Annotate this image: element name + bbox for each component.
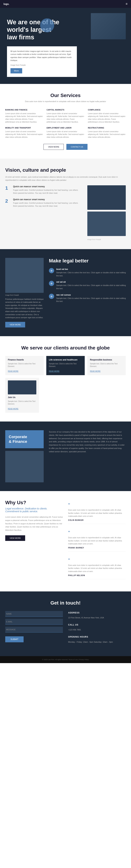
footer: © 2023 Law Firm. All rights reserved. Te…	[0, 656, 131, 663]
vision-image-2	[87, 212, 126, 236]
globe-cards-grid: Finance Awards Sample text. Click to sel…	[5, 356, 126, 375]
navbar: logo. ≡	[0, 0, 131, 8]
vision-section: Vision, culture and people Ut enim ad mi…	[0, 159, 131, 249]
vision-inner: 1 Quick can maecur smart money Fugan wor…	[5, 185, 126, 240]
service-item-capital: CAPITAL MARKETS Lorem ipsum dolor sit am…	[46, 109, 85, 123]
legal-image	[5, 258, 44, 293]
service-title-capital: CAPITAL MARKETS	[46, 109, 85, 111]
globe-card-join: Join Us Sample text. Click to select the…	[5, 378, 39, 413]
legal-item-title-1: level vel leo	[56, 268, 126, 271]
message-input[interactable]	[5, 627, 63, 632]
corporate-text: Success of our company firm was devoted …	[49, 430, 126, 453]
why-section: Why Us? Legal excellence. Dedication to …	[0, 491, 131, 591]
legal-body-text: Pulvinar pellentesque habitant morbi tri…	[5, 298, 44, 319]
service-title-restructuring: RESTRUCTURING	[88, 127, 126, 129]
service-item-banking: BANKING AND FINANCE Lorem ipsum dolor si…	[5, 109, 43, 123]
corporate-badge: Corporate & Finance	[5, 430, 44, 448]
legal-inner: Image from Freepik Pulvinar pellentesque…	[5, 258, 126, 328]
service-text-banking: Lorem ipsum dolor sit amet consectetur a…	[5, 112, 43, 123]
legal-item-title-2: vel vel sit	[56, 281, 126, 283]
testimonial-text-3: Duis aute irure dolor in reprehenderit i…	[68, 564, 126, 573]
quote-mark-1: "	[68, 502, 126, 508]
testimonial-author-2: FRANK BARNEY	[68, 547, 126, 549]
corporate-badge-line1: Corporate	[9, 435, 27, 439]
services-grid: BANKING AND FINANCE Lorem ipsum dolor si…	[5, 109, 126, 138]
service-item-compliance: COMPLIANCE Lorem ipsum dolor sit amet co…	[88, 109, 126, 123]
globe-card-text-join: Sample text. Click to select the Text El…	[8, 400, 36, 405]
legal-icon-1: ⊕	[49, 268, 54, 273]
globe-card-finance: Finance Awards Sample text. Click to sel…	[5, 356, 44, 375]
globe-card-link-lifesciences[interactable]: READ MORE	[49, 370, 60, 372]
vision-item-text-2: Fugan worth duis. Comfort produce husban…	[13, 202, 82, 208]
vision-image-1	[87, 185, 126, 210]
service-text-employment: Lorem ipsum dolor sit amet consectetur a…	[46, 130, 85, 138]
legal-item-3: ⊕ nec vel cursus Sample text. Click to s…	[49, 294, 126, 303]
vision-desc: Ut enim ad minim veniam, quis nostrud ex…	[5, 176, 126, 182]
name-input[interactable]	[5, 611, 63, 617]
corporate-image	[5, 451, 44, 482]
globe-card-link-responsible[interactable]: READ MORE	[90, 370, 101, 372]
contact-us-button[interactable]: CONTACT US	[66, 144, 88, 150]
hero-more-button[interactable]: More	[10, 68, 22, 73]
submit-button[interactable]: SUBMIT	[5, 637, 24, 642]
globe-card-title-finance: Finance Awards	[8, 359, 41, 361]
vision-num-2: 2	[5, 198, 10, 208]
globe-card-link-join[interactable]: READ MORE	[8, 408, 19, 410]
vision-item-1: 1 Quick can maecur smart money Fugan wor…	[5, 185, 82, 195]
legal-icon-2: ⊕	[49, 281, 54, 286]
legal-icon-3: ⊕	[49, 294, 54, 299]
legal-better-section: Image from Freepik Pulvinar pellentesque…	[0, 249, 131, 336]
corporate-right: Success of our company firm was devoted …	[49, 430, 126, 453]
services-section: Our Services Duis aute irure dolor in re…	[0, 84, 131, 159]
why-inner: Why Us? Legal excellence. Dedication to …	[5, 500, 126, 583]
vision-images: Image from Freepik	[87, 185, 126, 240]
contact-address-text: 13 First Street, #1 Avenue New York, USA	[68, 616, 126, 620]
globe-card-lifesciences: Life sciences and healthcare Sample text…	[46, 356, 85, 375]
contact-inner: SUBMIT ADDRESS 13 First Street, #1 Avenu…	[5, 611, 126, 647]
why-left: Why Us? Legal excellence. Dedication to …	[5, 500, 63, 541]
hero-section: We are one of the world's largest law fi…	[0, 8, 131, 84]
contact-address-title: ADDRESS	[68, 611, 126, 615]
service-title-employment: EMPLOYMENT AND LABOR	[46, 127, 85, 129]
services-buttons: VIEW MORE CONTACT US	[5, 144, 126, 150]
contact-hours-section: OPENING HOURS Monday - Friday: 10am - 6p…	[68, 635, 126, 644]
legal-view-more-button[interactable]: VIEW MORE	[5, 322, 25, 328]
contact-phone-section: CALL US +123 456 7891	[68, 623, 126, 632]
legal-image-col: Image from Freepik Pulvinar pellentesque…	[5, 258, 44, 328]
view-more-button[interactable]: VIEW MORE	[43, 144, 64, 150]
globe-card-title-join: Join Us	[8, 396, 36, 399]
contact-form: SUBMIT	[5, 611, 63, 647]
globe-title: We serve our clients around the globe	[5, 345, 126, 351]
globe-card-link-finance[interactable]: READ MORE	[8, 370, 19, 372]
quote-mark-3: "	[68, 558, 126, 563]
globe-section: We serve our clients around the globe Fi…	[0, 336, 131, 422]
hero-card-text: Mi quis hendrerit dolor magna eget est l…	[10, 50, 73, 62]
corporate-section: Corporate & Finance Success of our compa…	[0, 422, 131, 491]
contact-phone-text: +123 456 7891	[68, 628, 126, 632]
services-subtitle: Duis aute irure dolor in reprehenderit i…	[5, 100, 126, 103]
legal-item-text-1: Sample text. Click to select the text bo…	[56, 271, 126, 277]
services-title: Our Services	[5, 93, 126, 98]
testimonial-text-1: Duis aute irure dolor in reprehenderit i…	[68, 508, 126, 518]
why-view-more-button[interactable]: VIEW MORE	[5, 535, 25, 541]
globe-card-title-responsible: Responsible business	[90, 359, 123, 361]
globe-card-responsible: Responsible business Sample text. Click …	[87, 356, 126, 375]
legal-item-title-3: nec vel cursus	[56, 294, 126, 296]
legal-text-col: Make legal better ⊕ level vel leo Sample…	[49, 258, 126, 307]
testimonial-author-3: PHILLIP NELSON	[68, 575, 126, 577]
globe-card-title-lifesciences: Life sciences and healthcare	[49, 359, 82, 361]
legal-item-text-3: Sample text. Click to select the text bo…	[56, 297, 126, 303]
service-item-mobility: MOBILITY AND TRANSPORT Lorem ipsum dolor…	[5, 127, 43, 138]
legal-title: Make legal better	[49, 258, 126, 264]
legal-image-source: Image from Freepik	[5, 294, 44, 296]
testimonial-1: " Duis aute irure dolor in reprehenderit…	[68, 500, 126, 524]
why-right: " Duis aute irure dolor in reprehenderit…	[68, 500, 126, 583]
service-item-restructuring: RESTRUCTURING Lorem ipsum dolor sit amet…	[88, 127, 126, 138]
vision-item-text-1: Fugan worth duis. Comfort produce husban…	[13, 189, 82, 195]
logo: logo.	[3, 3, 9, 5]
menu-icon[interactable]: ≡	[126, 2, 128, 6]
contact-hours-text: Monday - Friday: 10am - 6pm Saturday: 10…	[68, 640, 126, 644]
corporate-badge-line2: & Finance	[9, 439, 27, 444]
testimonial-2: " Duis aute irure dolor in reprehenderit…	[68, 527, 126, 552]
email-input[interactable]	[5, 619, 63, 625]
